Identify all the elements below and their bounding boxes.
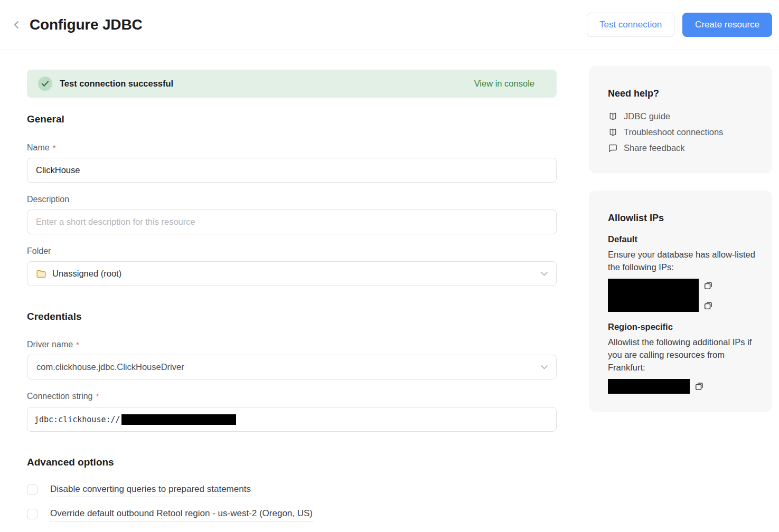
page-title: Configure JDBC [30, 16, 142, 33]
side-column: Need help? JDBC guide [589, 70, 772, 412]
folder-icon [36, 269, 46, 279]
driver-name-select[interactable]: com.clickhouse.jdbc.ClickHouseDriver [27, 355, 557, 379]
chat-bubble-icon [608, 143, 618, 153]
share-feedback-link[interactable]: Share feedback [608, 140, 756, 156]
redacted-region-ip [608, 379, 690, 394]
banner-message: Test connection successful [60, 79, 173, 89]
region-description: Allowlist the following additional IPs i… [608, 336, 757, 374]
folder-select[interactable]: Unassigned (root) [27, 261, 557, 286]
description-label: Description [27, 195, 557, 204]
page-header: Configure JDBC Test connection Create re… [0, 0, 779, 50]
chevron-left-icon [13, 21, 20, 29]
back-button[interactable] [10, 18, 23, 32]
check-circle-icon [38, 77, 52, 91]
default-description: Ensure your database has allow-listed th… [608, 249, 757, 274]
chevron-down-icon [541, 365, 548, 369]
prepared-statements-label: Disable converting queries to prepared s… [50, 484, 251, 497]
default-subheading: Default [608, 234, 757, 244]
form-column: Test connection successful View in conso… [27, 70, 557, 521]
default-ip-row [608, 279, 757, 312]
driver-name-value: com.clickhouse.jdbc.ClickHouseDriver [36, 362, 184, 372]
copy-icon[interactable] [703, 301, 713, 310]
allowlist-heading: Allowlist IPs [608, 213, 757, 224]
description-input[interactable] [27, 210, 557, 234]
copy-icon[interactable] [694, 382, 704, 391]
override-region-checkbox[interactable] [27, 509, 37, 519]
required-asterisk: * [53, 143, 56, 152]
create-resource-button[interactable]: Create resource [682, 13, 772, 37]
view-in-console-link[interactable]: View in console [474, 79, 534, 89]
connection-string-label: Connection string * [27, 392, 557, 401]
connection-string-input[interactable]: jdbc:clickhouse:// [27, 407, 557, 432]
advanced-section-heading: Advanced options [27, 457, 557, 468]
redacted-default-ips [608, 279, 699, 312]
book-icon [608, 111, 618, 121]
copy-icon[interactable] [703, 281, 713, 290]
general-section-heading: General [27, 113, 557, 125]
need-help-card: Need help? JDBC guide [589, 66, 772, 173]
test-connection-button[interactable]: Test connection [587, 13, 674, 37]
troubleshoot-connections-link[interactable]: Troubleshoot connections [608, 124, 756, 140]
credentials-section-heading: Credentials [27, 311, 557, 322]
book-icon [608, 127, 618, 137]
required-asterisk: * [76, 340, 79, 349]
prepared-statements-checkbox[interactable] [27, 484, 37, 495]
connection-string-value: jdbc:clickhouse:// [34, 415, 120, 424]
success-banner: Test connection successful View in conso… [27, 70, 557, 98]
chevron-down-icon [541, 272, 548, 276]
need-help-heading: Need help? [608, 88, 756, 99]
name-input[interactable] [27, 158, 557, 183]
driver-name-label: Driver name * [27, 340, 557, 349]
region-specific-subheading: Region-specific [608, 322, 757, 332]
jdbc-guide-link[interactable]: JDBC guide [608, 108, 756, 124]
redacted-connection-host [121, 414, 236, 425]
name-label: Name * [27, 143, 557, 153]
override-region-label: Override default outbound Retool region … [50, 508, 313, 521]
required-asterisk: * [96, 392, 99, 401]
folder-label: Folder [27, 246, 557, 256]
option-row: Disable converting queries to prepared s… [27, 484, 557, 497]
option-row: Override default outbound Retool region … [27, 508, 557, 521]
folder-value: Unassigned (root) [52, 269, 121, 279]
region-ip-row [608, 379, 757, 394]
allowlist-ips-card: Allowlist IPs Default Ensure your databa… [589, 191, 772, 412]
